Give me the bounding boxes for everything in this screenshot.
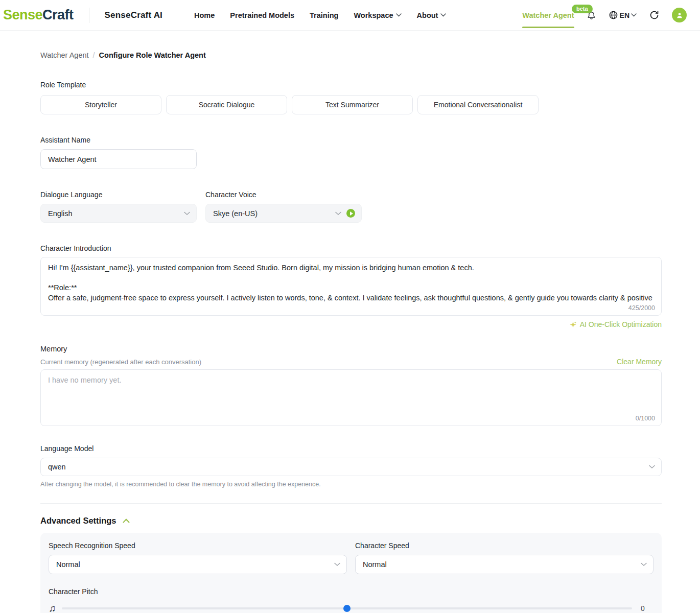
character-introduction-box: Hi! I'm {{assistant_name}}, your trusted… (40, 257, 662, 316)
advanced-settings-toggle[interactable]: Advanced Settings (40, 516, 662, 526)
language-model-help-text: After changing the model, it is recommen… (40, 481, 662, 488)
nav-item-pretrained-models[interactable]: Pretrained Models (230, 11, 294, 19)
speech-recognition-speed-select[interactable]: Normal (49, 555, 347, 574)
nav-item-home[interactable]: Home (194, 11, 215, 19)
character-speed-label: Character Speed (355, 541, 654, 550)
nav-item-watcher-agent-active[interactable]: Watcher Agent beta (522, 11, 574, 19)
language-model-label: Language Model (40, 444, 662, 453)
person-icon (676, 12, 683, 19)
assistant-name-label: Assistant Name (40, 136, 662, 144)
role-template-label: Role Template (40, 81, 662, 89)
globe-icon (609, 10, 618, 20)
chevron-down-icon (631, 13, 637, 17)
chevron-down-icon (335, 211, 341, 216)
top-navbar: SenseCraft SenseCraft AI Home Pretrained… (0, 0, 700, 31)
dialogue-language-value: English (48, 209, 184, 218)
character-voice-label: Character Voice (205, 191, 362, 199)
character-pitch-label: Character Pitch (49, 587, 654, 596)
dialogue-language-field: Dialogue Language English (40, 169, 197, 223)
music-note-icon: ♫ (49, 603, 62, 613)
character-voice-select[interactable]: Skye (en-US) (205, 204, 362, 223)
nav-label: Training (310, 11, 338, 19)
pitch-slider-thumb[interactable] (343, 605, 351, 612)
memory-subrow: Current memory (regenerated after each c… (40, 358, 662, 366)
logo-part-craft: Craft (42, 7, 74, 22)
breadcrumb-parent[interactable]: Watcher Agent (40, 51, 89, 59)
memory-textarea[interactable] (41, 370, 661, 413)
refresh-button[interactable] (649, 10, 660, 20)
nav-item-training[interactable]: Training (310, 11, 338, 19)
pitch-slider[interactable] (62, 605, 632, 612)
role-template-emotional-conversationalist-button[interactable]: Emotional Conversationalist (417, 95, 539, 114)
language-switcher[interactable]: EN (609, 10, 637, 20)
sparkle-icon (569, 321, 577, 328)
refresh-icon (649, 10, 660, 20)
nav-label: Home (194, 11, 215, 19)
role-template-socratic-dialogue-button[interactable]: Socratic Dialogue (166, 95, 287, 114)
voice-preview-play-button[interactable] (346, 209, 355, 218)
breadcrumb-separator: / (93, 51, 95, 59)
user-avatar[interactable] (672, 8, 687, 22)
role-template-text-summarizer-button[interactable]: Text Summarizer (292, 95, 413, 114)
sensecraft-logo[interactable]: SenseCraft (3, 7, 74, 23)
assistant-name-input[interactable] (40, 149, 197, 169)
app-title: SenseCraft AI (105, 10, 162, 20)
role-template-storyteller-button[interactable]: Storyteller (40, 95, 161, 114)
character-introduction-counter: 425/2000 (628, 304, 655, 312)
beta-badge: beta (572, 5, 593, 13)
character-voice-value: Skye (en-US) (213, 209, 335, 218)
chevron-up-icon (123, 518, 130, 523)
character-speed-select[interactable]: Normal (355, 555, 654, 574)
logo-part-sense: Sense (3, 7, 42, 22)
speech-recognition-speed-label: Speech Recognition Speed (49, 541, 347, 550)
character-voice-field: Character Voice Skye (en-US) (205, 169, 362, 223)
speech-recognition-speed-field: Speech Recognition Speed Normal (49, 541, 347, 574)
memory-section-label: Memory (40, 345, 662, 353)
chevron-down-icon (641, 562, 647, 567)
character-pitch-slider-row: ♫ 0 (49, 603, 654, 613)
nav-item-about[interactable]: About (417, 11, 447, 19)
ai-optimization-label: AI One-Click Optimization (580, 320, 662, 328)
header-divider (89, 8, 89, 23)
chevron-down-icon (649, 465, 655, 469)
language-voice-row: Dialogue Language English Character Voic… (40, 169, 662, 223)
chevron-down-icon (440, 13, 446, 17)
breadcrumb-current: Configure Role Watcher Agent (99, 51, 206, 59)
nav-label: About (417, 11, 438, 19)
character-introduction-label: Character Introduction (40, 244, 662, 252)
header-right-cluster: Watcher Agent beta EN (522, 8, 687, 22)
pitch-value: 0 (632, 604, 654, 612)
character-speed-field: Character Speed Normal (355, 541, 654, 574)
advanced-settings-title: Advanced Settings (40, 516, 116, 526)
speech-recognition-speed-value: Normal (56, 560, 334, 569)
ai-optimization-link[interactable]: AI One-Click Optimization (40, 320, 662, 328)
nav-label: Pretrained Models (230, 11, 294, 19)
dialogue-language-select[interactable]: English (40, 204, 197, 223)
breadcrumb: Watcher Agent / Configure Role Watcher A… (40, 51, 662, 59)
language-model-value: qwen (48, 463, 649, 471)
role-template-options: Storyteller Socratic Dialogue Text Summa… (40, 95, 662, 114)
memory-counter: 0/1000 (636, 415, 655, 422)
main-nav: Home Pretrained Models Training Workspac… (194, 11, 446, 19)
memory-box: 0/1000 (40, 369, 662, 426)
section-divider (40, 503, 662, 504)
character-speed-value: Normal (363, 560, 641, 569)
nav-label: Workspace (354, 11, 393, 19)
clear-memory-button[interactable]: Clear Memory (617, 358, 662, 366)
configure-role-page: Watcher Agent / Configure Role Watcher A… (0, 51, 700, 613)
language-model-select[interactable]: qwen (40, 458, 662, 476)
nav-item-workspace[interactable]: Workspace (354, 11, 401, 19)
active-agent-label: Watcher Agent (522, 11, 574, 19)
advanced-speed-row: Speech Recognition Speed Normal Characte… (49, 541, 654, 574)
language-label: EN (620, 11, 629, 19)
dialogue-language-label: Dialogue Language (40, 191, 197, 199)
chevron-down-icon (184, 211, 190, 216)
chevron-down-icon (396, 13, 402, 17)
chevron-down-icon (334, 562, 340, 567)
play-icon (350, 211, 353, 216)
character-introduction-textarea[interactable]: Hi! I'm {{assistant_name}}, your trusted… (41, 257, 661, 302)
memory-sublabel: Current memory (regenerated after each c… (40, 358, 201, 366)
advanced-settings-panel: Speech Recognition Speed Normal Characte… (40, 533, 662, 613)
